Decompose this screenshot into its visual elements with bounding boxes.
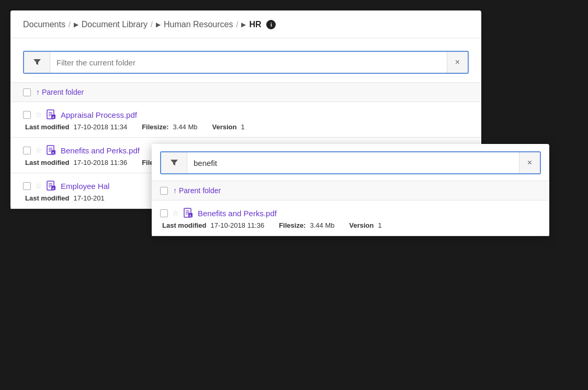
overlay-star-icon-1[interactable]: ☆ xyxy=(172,208,179,218)
overlay-parent-folder-arrow: ↑ xyxy=(173,186,177,195)
parent-folder-checkbox[interactable] xyxy=(23,88,31,96)
overlay-funnel-icon xyxy=(170,159,178,167)
filter-input[interactable] xyxy=(50,58,447,67)
breadcrumb-arrow1: ▶ xyxy=(74,21,78,28)
filesize-value-1: 3.44 Mb xyxy=(173,123,197,131)
overlay-last-modified-value-1: 17-10-2018 11:36 xyxy=(211,221,265,229)
overlay-parent-folder-row: ↑ Parent folder xyxy=(152,181,549,200)
overlay-file-checkbox-1[interactable] xyxy=(160,209,168,217)
star-icon-2[interactable]: ☆ xyxy=(35,146,42,155)
breadcrumb-arrow2: ▶ xyxy=(156,21,161,28)
breadcrumb-sep3: / xyxy=(236,20,238,29)
version-value-1: 1 xyxy=(241,123,244,131)
overlay-filter-clear-button[interactable]: × xyxy=(519,152,540,173)
overlay-last-modified-label-1: Last modified xyxy=(162,221,207,229)
overlay-parent-folder-label: Parent folder xyxy=(179,186,221,195)
overlay-file-name-1[interactable]: Benefits and Perks.pdf xyxy=(198,209,277,218)
file-name-1[interactable]: Appraisal Process.pdf xyxy=(61,110,137,119)
overlay-filter-bar: × xyxy=(160,151,541,174)
file-row: ☆ A Appraisal Process.pdf Last modified … xyxy=(10,102,481,138)
overlay-file-row: ☆ A Benefits and Perks.pdf Last modified… xyxy=(152,200,549,236)
svg-text:A: A xyxy=(189,214,192,217)
last-modified-value-2: 17-10-2018 11:36 xyxy=(74,159,128,166)
svg-text:A: A xyxy=(52,116,55,119)
svg-text:A: A xyxy=(52,187,55,190)
pdf-icon-2: A xyxy=(46,145,56,155)
overlay-panel: × ↑ Parent folder ☆ A xyxy=(152,144,549,236)
svg-text:A: A xyxy=(52,151,55,154)
overlay-pdf-icon-1: A xyxy=(183,208,194,218)
parent-folder-row: ↑ Parent folder xyxy=(10,82,481,102)
file-checkbox-2[interactable] xyxy=(23,147,31,154)
breadcrumb: Documents / ▶ Document Library / ▶ Human… xyxy=(10,10,481,38)
pdf-icon-1: A xyxy=(46,109,56,120)
filesize-label-1: Filesize: xyxy=(142,123,168,131)
breadcrumb-item1[interactable]: Document Library xyxy=(82,20,148,29)
funnel-icon xyxy=(33,58,41,66)
file-meta-1: Last modified 17-10-2018 11:34 Filesize:… xyxy=(23,123,469,131)
breadcrumb-item2[interactable]: Human Resources xyxy=(164,20,233,29)
pdf-icon-3: A xyxy=(46,181,56,191)
last-modified-label-3: Last modified xyxy=(25,194,70,202)
last-modified-value-1: 17-10-2018 11:34 xyxy=(74,123,128,131)
parent-folder-label: Parent folder xyxy=(42,88,84,96)
file-name-2[interactable]: Benefits and Perks.pdf xyxy=(61,146,140,155)
file-checkbox-1[interactable] xyxy=(23,111,31,119)
version-label-1: Version xyxy=(212,123,236,131)
breadcrumb-sep2: / xyxy=(151,20,153,29)
last-modified-label-2: Last modified xyxy=(25,159,70,166)
filter-clear-button[interactable]: × xyxy=(447,52,468,73)
overlay-filter-input[interactable] xyxy=(187,159,519,168)
overlay-parent-folder-checkbox[interactable] xyxy=(160,187,168,195)
last-modified-value-3: 17-10-201 xyxy=(74,194,105,202)
overlay-version-value-1: 1 xyxy=(378,221,381,229)
file-name-3[interactable]: Employee Hal xyxy=(61,182,109,191)
filter-icon-button[interactable] xyxy=(24,52,50,73)
overlay-filesize-value-1: 3.44 Mb xyxy=(310,221,334,229)
star-icon-3[interactable]: ☆ xyxy=(35,181,42,191)
info-icon[interactable]: i xyxy=(266,20,276,29)
overlay-filesize-label-1: Filesize: xyxy=(279,221,306,229)
file-checkbox-3[interactable] xyxy=(23,182,31,190)
filter-bar: × xyxy=(23,51,469,74)
breadcrumb-sep1: / xyxy=(69,20,71,29)
overlay-file-meta-1: Last modified 17-10-2018 11:36 Filesize:… xyxy=(160,221,541,229)
overlay-file-list: ↑ Parent folder ☆ A Benefits and Perks.p… xyxy=(152,181,549,236)
parent-folder-link[interactable]: ↑ Parent folder xyxy=(36,88,84,96)
overlay-version-label-1: Version xyxy=(349,221,374,229)
breadcrumb-current[interactable]: HR xyxy=(249,20,261,29)
parent-folder-arrow: ↑ xyxy=(36,88,40,96)
overlay-filter-icon-button[interactable] xyxy=(161,152,187,173)
breadcrumb-arrow3: ▶ xyxy=(241,21,246,28)
overlay-parent-folder-link[interactable]: ↑ Parent folder xyxy=(173,186,221,195)
last-modified-label-1: Last modified xyxy=(25,123,70,131)
star-icon-1[interactable]: ☆ xyxy=(35,110,42,119)
breadcrumb-root[interactable]: Documents xyxy=(23,20,65,29)
